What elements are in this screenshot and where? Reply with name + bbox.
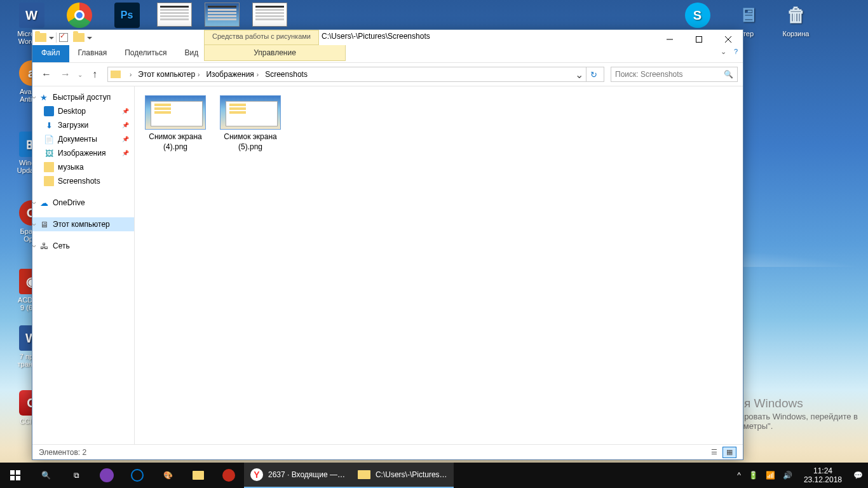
help-icon[interactable]: ? [734, 48, 738, 56]
svg-rect-7 [16, 476, 20, 480]
minimize-button[interactable] [655, 30, 684, 49]
icons-view-button[interactable]: ▦ [722, 447, 736, 458]
file-name: Снимок экрана (5).png [219, 132, 282, 152]
nav-label: Быстрый доступ [53, 93, 111, 102]
refresh-button[interactable]: ↻ [586, 67, 601, 82]
nav-screenshots[interactable]: Screenshots [32, 174, 134, 188]
nav-network[interactable]: 🖧Сеть [32, 239, 134, 253]
details-view-button[interactable]: ☰ [707, 447, 721, 458]
search-box[interactable]: 🔍 [611, 67, 738, 82]
search-input[interactable] [615, 70, 724, 79]
nav-onedrive[interactable]: ☁OneDrive [32, 196, 134, 210]
search-icon[interactable]: 🔍 [724, 70, 733, 79]
nav-this-pc[interactable]: 🖥Этот компьютер [32, 217, 134, 231]
nav-downloads[interactable]: ⬇Загрузки📌 [32, 118, 134, 132]
tray-volume-icon[interactable]: 🔊 [783, 471, 792, 480]
icon-label: Корзина [772, 30, 820, 37]
desktop-icon-photoshop[interactable]: Ps [103, 3, 151, 30]
taskbar-app-paint[interactable]: 🎨 [153, 463, 183, 488]
desktop-icon-skype[interactable]: S [674, 3, 721, 30]
tab-view[interactable]: Вид [175, 45, 207, 62]
nav-desktop[interactable]: Desktop📌 [32, 104, 134, 118]
taskbar-app-explorer[interactable]: C:\Users\-\Pictures… [351, 463, 454, 488]
chevron-down-icon[interactable]: ⌄ [721, 48, 726, 56]
folder-icon [111, 71, 121, 78]
status-bar: Элементов: 2 ☰ ▦ [32, 444, 743, 459]
up-button[interactable]: ↑ [86, 65, 104, 83]
qat-dropdown-icon[interactable] [87, 36, 92, 40]
folder-icon[interactable] [35, 33, 46, 42]
qat-properties-button[interactable] [59, 33, 68, 42]
date: 23.12.2018 [804, 475, 842, 484]
titlebar[interactable]: Средства работы с рисунками C:\Users\-\P… [32, 30, 743, 62]
app-title: C:\Users\-\Pictures… [376, 470, 447, 479]
nav-music[interactable]: музыка [32, 160, 134, 174]
explorer-window: Средства работы с рисунками C:\Users\-\P… [32, 29, 743, 460]
taskbar-app-yandex[interactable]: Y2637 · Входящие —… [244, 463, 351, 488]
folder-icon [44, 176, 54, 186]
system-tray: ^ 🔋 📶 🔊 11:24 23.12.2018 💬 [732, 466, 868, 485]
taskbar-app-opera[interactable] [214, 463, 244, 488]
folder-icon [44, 162, 54, 172]
cortana-button[interactable] [92, 463, 122, 488]
breadcrumb[interactable]: Изображения› [203, 70, 261, 79]
tab-manage[interactable]: Управление [204, 45, 346, 61]
nav-label: музыка [58, 163, 84, 172]
tray-chevron-icon[interactable]: ^ [737, 471, 741, 480]
recent-dropdown-icon[interactable]: ⌄ [76, 65, 85, 83]
tray-wifi-icon[interactable]: 📶 [766, 471, 775, 480]
quick-access-toolbar [32, 30, 94, 45]
forward-button[interactable]: → [57, 65, 74, 83]
tray-battery-icon[interactable]: 🔋 [749, 471, 758, 480]
close-button[interactable] [714, 30, 743, 49]
tab-home[interactable]: Главная [69, 45, 116, 62]
separator [56, 32, 57, 43]
file-item[interactable]: Снимок экрана (5).png [216, 93, 285, 154]
address-dropdown-icon[interactable]: ⌄ [573, 69, 585, 81]
file-thumbnail [145, 95, 206, 130]
start-button[interactable] [0, 463, 31, 488]
nav-label: Screenshots [58, 177, 100, 186]
tab-file[interactable]: Файл [32, 45, 69, 62]
breadcrumb-bar[interactable]: › Этот компьютер› Изображения› Screensho… [107, 67, 604, 82]
taskbar-app-explorer-pinned[interactable] [183, 463, 214, 488]
file-item[interactable]: Снимок экрана (4).png [141, 93, 210, 154]
file-list[interactable]: Снимок экрана (4).png Снимок экрана (5).… [135, 86, 743, 444]
clock[interactable]: 11:24 23.12.2018 [800, 466, 846, 485]
breadcrumb[interactable]: Этот компьютер› [135, 70, 202, 79]
star-icon: ★ [39, 92, 49, 102]
explorer-body: ★Быстрый доступ Desktop📌 ⬇Загрузки📌 📄Док… [32, 86, 743, 444]
desktop-icon-doc1[interactable] [151, 3, 198, 29]
nav-documents[interactable]: 📄Документы📌 [32, 132, 134, 146]
desktop-icon-chrome[interactable] [55, 3, 103, 30]
app-title: 2637 · Входящие —… [268, 470, 345, 479]
back-button[interactable]: ← [37, 65, 55, 83]
item-count: Элементов: 2 [39, 448, 86, 457]
nav-label: Документы [58, 135, 97, 144]
desktop-icon-doc2[interactable] [198, 3, 246, 29]
desktop-icon-doc3[interactable] [246, 3, 294, 29]
action-center-icon[interactable]: 💬 [853, 471, 863, 480]
nav-label: Этот компьютер [53, 220, 110, 229]
navigation-pane: ★Быстрый доступ Desktop📌 ⬇Загрузки📌 📄Док… [32, 86, 135, 444]
network-icon: 🖧 [39, 241, 49, 251]
nav-pictures[interactable]: 🖼Изображения📌 [32, 146, 134, 160]
breadcrumb-root-arrow[interactable]: › [125, 71, 134, 78]
desktop: WMicrosoftWord 20 Ps aAvast FAntiviru ⊞W… [0, 0, 868, 488]
tab-share[interactable]: Поделиться [116, 45, 175, 62]
maximize-button[interactable] [684, 30, 714, 49]
nav-quick-access[interactable]: ★Быстрый доступ [32, 90, 134, 104]
nav-label: Desktop [58, 107, 86, 116]
address-bar: ← → ⌄ ↑ › Этот компьютер› Изображения› S… [32, 62, 743, 86]
folder-icon[interactable] [73, 33, 85, 42]
svg-rect-6 [10, 476, 15, 480]
document-icon: 📄 [44, 134, 54, 144]
desktop-icon-recyclebin[interactable]: 🗑Корзина [772, 3, 820, 37]
file-name: Снимок экрана (4).png [144, 132, 207, 152]
breadcrumb[interactable]: Screenshots [262, 70, 310, 79]
taskbar-app-edge[interactable] [122, 463, 153, 488]
task-view-button[interactable]: ⧉ [61, 463, 92, 488]
crumb-label: Screenshots [265, 70, 308, 79]
search-button[interactable]: 🔍 [31, 463, 61, 488]
qat-folder-dropdown-icon[interactable] [49, 36, 53, 40]
